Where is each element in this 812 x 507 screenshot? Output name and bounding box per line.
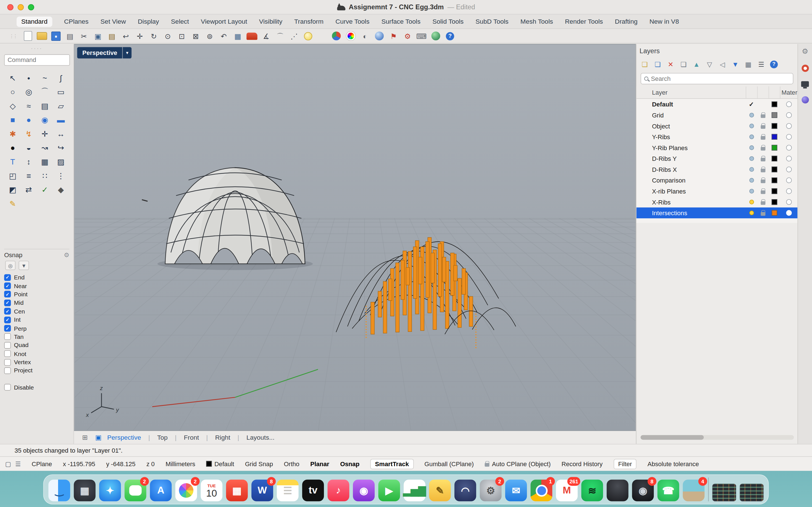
dock-word[interactable]: W 8 (252, 480, 273, 501)
Intersections[interactable]: Intersections ✓ (637, 208, 797, 219)
linear-array-tool[interactable]: ⋮ (53, 169, 69, 183)
delete-layer-icon[interactable]: ✕ (666, 60, 675, 68)
layer-lock-cell[interactable] (757, 134, 768, 139)
layer-current-cell[interactable]: ✓ (746, 135, 757, 139)
Object[interactable]: Object ✓ (637, 121, 797, 131)
render-pie-icon[interactable] (332, 32, 341, 40)
view-tab[interactable]: Right (199, 434, 231, 441)
hatch-tool[interactable]: ▨ (53, 155, 69, 169)
osnap-option[interactable]: Point (4, 290, 69, 298)
palette-grip[interactable]: ···· (0, 45, 73, 51)
layer-lock-cell[interactable] (757, 178, 768, 183)
units-button[interactable]: Millimeters (165, 460, 195, 467)
Default[interactable]: Default ✓ (637, 99, 797, 110)
gem-tool[interactable]: ◆ (53, 182, 69, 196)
X-Ribs[interactable]: X-Ribs ✓ (637, 196, 797, 208)
flow-tool[interactable]: ↪ (53, 141, 69, 155)
checkbox[interactable] (4, 384, 11, 391)
osnap-disable-option[interactable]: Disable (4, 383, 69, 392)
menu-tab[interactable]: Viewport Layout (201, 18, 247, 25)
layer-material-cell[interactable] (780, 101, 797, 107)
layers-horizontal-scrollbar[interactable] (641, 435, 794, 440)
search-input[interactable] (651, 75, 790, 82)
viewport-title[interactable]: Perspective (77, 47, 123, 58)
dock-settings[interactable]: ⚙ 2 (480, 480, 502, 501)
layer-current-cell[interactable]: ✓ (746, 113, 757, 117)
curve-interp-tool[interactable]: ~ (37, 71, 53, 85)
dock-arc[interactable]: ◠ (455, 480, 476, 501)
dock-photos[interactable]: 2 (175, 480, 197, 501)
grid-snap-toggle[interactable]: Grid Snap (245, 460, 273, 467)
dock-podcasts[interactable]: ◉ (353, 480, 375, 501)
planar-toggle[interactable]: Planar (310, 460, 329, 467)
zoom-window-icon[interactable]: ⊡ (176, 30, 187, 41)
copy-icon[interactable]: ▣ (92, 30, 103, 41)
rendered-view-icon[interactable] (375, 32, 384, 40)
layer-lock-cell[interactable] (757, 210, 768, 216)
zoom-extents-icon[interactable]: ⊠ (190, 30, 201, 41)
layer-material-cell[interactable] (780, 166, 797, 172)
checkbox[interactable] (4, 342, 11, 349)
osnap-toggle[interactable]: Osnap (340, 460, 359, 467)
checkbox[interactable] (4, 367, 11, 374)
single-pane-icon[interactable]: ▣ (94, 434, 103, 441)
menu-tab[interactable]: Curve Tools (336, 18, 370, 25)
checkbox[interactable] (4, 325, 11, 332)
earth-icon[interactable] (432, 32, 440, 40)
polygon-tool[interactable]: ◇ (5, 99, 21, 113)
lock-icon[interactable] (316, 30, 327, 41)
dock-whatsapp[interactable]: ☎ (658, 480, 679, 501)
layers-search[interactable] (641, 73, 794, 84)
menu-tab[interactable]: New in V8 (650, 18, 679, 25)
dock-finder[interactable]: ‿ (49, 480, 70, 501)
evaluate-point-icon[interactable]: ⋰ (289, 30, 300, 41)
z-coordinate[interactable]: z 0 (146, 460, 154, 467)
dock-homepod[interactable] (607, 480, 628, 501)
dock-photo-thumbnail[interactable]: 4 (683, 480, 705, 501)
osnap-option[interactable]: Tan (4, 333, 69, 341)
osnap-option[interactable]: Project (4, 367, 69, 375)
layer-lock-cell[interactable] (757, 156, 768, 161)
menu-tab[interactable]: Select (171, 18, 189, 25)
machine-icon[interactable]: ⌨ (416, 30, 427, 41)
slab-tool[interactable]: ▬ (53, 113, 69, 127)
layer-color-cell[interactable] (769, 156, 780, 161)
tolerance-indicator[interactable]: Absolute tolerance (648, 460, 699, 467)
layer-material-cell[interactable] (780, 112, 797, 118)
layer-color-cell[interactable] (769, 145, 780, 151)
dock-spotify[interactable]: ≋ (581, 480, 603, 501)
undo-icon[interactable]: ↩ (120, 30, 132, 41)
view-tab[interactable]: Perspective (107, 434, 141, 441)
fillet-tool[interactable]: ↯ (20, 127, 37, 141)
checkbox[interactable] (4, 334, 11, 340)
check-tool[interactable]: ✓ (37, 182, 53, 196)
match-layer-icon[interactable]: ❏ (679, 60, 688, 68)
boolean-tool[interactable]: ◒ (20, 141, 37, 155)
scrollbar-thumb[interactable] (641, 435, 704, 440)
dock-tv[interactable]: tv (302, 480, 324, 501)
layer-color-cell[interactable] (769, 123, 780, 129)
layer-material-cell[interactable] (780, 188, 797, 194)
layer-material-cell[interactable] (780, 210, 797, 216)
layer-material-cell[interactable] (780, 199, 797, 205)
osnap-toggle-icon[interactable]: ◎ (5, 261, 15, 270)
layer-color-cell[interactable] (769, 177, 780, 183)
layer-current-cell[interactable]: ✓ (746, 101, 757, 108)
color-wheel-icon[interactable] (347, 32, 355, 40)
curve-handle-tool[interactable]: ∫ (53, 71, 69, 85)
lightbulb-icon[interactable] (304, 32, 312, 40)
menu-tab[interactable]: Mesh Tools (520, 18, 553, 25)
dock-safari[interactable]: ✦ (99, 480, 121, 501)
text-tool[interactable]: T (5, 155, 21, 169)
dock-mail[interactable]: ✉ (505, 480, 527, 501)
osnap-option[interactable]: Knot (4, 349, 69, 358)
osnap-option[interactable]: End (4, 273, 69, 282)
dock-keynote[interactable]: ▦ (226, 480, 248, 501)
rotate-view-icon[interactable]: ↻ (148, 30, 159, 41)
menu-tab[interactable]: Display (138, 18, 159, 25)
box-tool[interactable]: ■ (5, 113, 21, 127)
menu-tab[interactable]: Render Tools (565, 18, 603, 25)
dock-appstore[interactable]: A (150, 480, 172, 501)
dimension-tool[interactable]: ↕ (20, 155, 37, 169)
osnap-option[interactable]: Quad (4, 341, 69, 349)
